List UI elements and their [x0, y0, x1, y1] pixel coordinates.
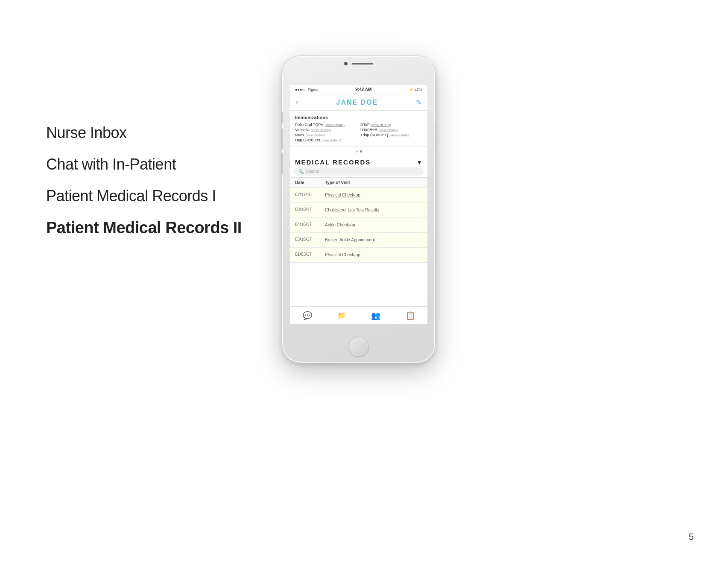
volume-up-button [281, 129, 283, 149]
immun-varicella-link[interactable]: (view details) [311, 128, 331, 132]
row-type-3[interactable]: Ankle Check-up [325, 222, 422, 228]
edit-button[interactable]: ✎ [416, 98, 421, 106]
immun-hepb-name: Hep B <20 Yrs [295, 138, 320, 142]
medical-records-header: MEDICAL RECORDS ▼ [290, 156, 427, 167]
nav-header: ‹ JANE DOE ✎ [290, 94, 427, 111]
tab-files[interactable]: 📁 [337, 311, 346, 320]
back-button[interactable]: ‹ [296, 98, 298, 107]
immun-mmr-name: MMR [295, 133, 304, 137]
phone-device: ●●●○○ Figma 9:42 AM ⚡ 42% ‹ JANE DOE ✎ I… [282, 56, 436, 363]
records-tab-icon: 📋 [406, 311, 415, 320]
search-placeholder-text: Search [306, 169, 319, 174]
filter-icon[interactable]: ▼ [416, 159, 422, 166]
immun-dtaphib-link[interactable]: (view details) [379, 128, 399, 132]
immun-dtap-name: DTaP [360, 123, 370, 127]
phone-screen: ●●●○○ Figma 9:42 AM ⚡ 42% ‹ JANE DOE ✎ I… [290, 85, 427, 324]
row-date-5: 01/03/17 [295, 252, 325, 257]
row-date-4: 03/16/17 [295, 237, 325, 242]
immun-varicella-name: Varicella [295, 128, 310, 132]
immun-tdap-name: Tdap (ADACEL) [360, 133, 388, 137]
row-date-2: 08/16/17 [295, 207, 325, 212]
table-row[interactable]: 08/16/17 Cholesterol Lab Test Results [290, 203, 427, 218]
home-button[interactable] [349, 337, 368, 357]
pagination-dots [290, 147, 427, 156]
nav-item-records-2-active[interactable]: Patient Medical Records II [46, 219, 242, 237]
row-date-3: 04/16/17 [295, 222, 325, 227]
patient-name-header: JANE DOE [336, 99, 378, 106]
immun-dtap-link[interactable]: (view details) [371, 123, 391, 127]
phone-top-bar [344, 62, 373, 65]
row-type-1[interactable]: Physical Check-up [325, 192, 422, 198]
dot-1 [356, 150, 358, 152]
messages-tab-icon: 💬 [303, 311, 312, 320]
front-camera [344, 62, 348, 65]
battery-icon: ⚡ [409, 88, 413, 92]
immun-row-4-col2 [360, 138, 422, 142]
table-row[interactable]: 04/16/17 Ankle Check-up [290, 218, 427, 233]
immun-row-2-col2: DTaP/HIB (view details) [360, 128, 422, 132]
immun-row-1-col2: DTaP (view details) [360, 123, 422, 127]
immun-dtaphib-name: DTaP/HIB [360, 128, 377, 132]
tab-messages[interactable]: 💬 [303, 311, 312, 320]
date-column-header: Date [295, 180, 325, 185]
status-carrier: ●●●○○ Figma [295, 88, 319, 92]
row-type-2[interactable]: Cholesterol Lab Test Results [325, 207, 422, 213]
power-button [435, 124, 436, 150]
row-type-4[interactable]: Broken Ankle Appointment [325, 237, 422, 243]
dot-2-active [360, 150, 362, 152]
immun-mmr-link[interactable]: (view details) [306, 133, 326, 137]
screen-content[interactable]: Immunizations Polio Oral TOPV (view deta… [290, 111, 427, 306]
search-icon: 🔍 [298, 169, 304, 174]
mute-button [281, 111, 283, 123]
immunizations-grid: Polio Oral TOPV (view details) DTaP (vie… [295, 123, 422, 142]
medical-records-title: MEDICAL RECORDS [295, 158, 371, 166]
row-date-1: 02/17/18 [295, 192, 325, 197]
immun-hepb-link[interactable]: (view details) [322, 138, 342, 142]
immunizations-section: Immunizations Polio Oral TOPV (view deta… [290, 111, 427, 147]
earpiece-speaker [352, 63, 373, 65]
immun-row-1-col1: Polio Oral TOPV (view details) [295, 123, 357, 127]
immun-row-3-col1: MMR (view details) [295, 133, 357, 137]
tab-patients[interactable]: 👥 [371, 311, 380, 320]
nav-item-chat[interactable]: Chat with In-Patient [46, 155, 242, 173]
table-row[interactable]: 03/16/17 Broken Ankle Appointment [290, 233, 427, 248]
status-time: 9:42 AM [355, 87, 371, 92]
immun-row-2-col1: Varicella (view details) [295, 128, 357, 132]
immun-poliooral-name: Polio Oral TOPV [295, 123, 323, 127]
files-tab-icon: 📁 [337, 311, 346, 320]
patients-tab-icon: 👥 [371, 311, 380, 320]
table-row[interactable]: 01/03/17 Physical Check-up [290, 248, 427, 263]
page-number: 5 [689, 531, 694, 542]
immunizations-title: Immunizations [295, 115, 422, 120]
table-row[interactable]: 02/17/18 Physical Check-up [290, 188, 427, 203]
search-bar[interactable]: 🔍 Search [294, 167, 423, 176]
immun-row-4-col1: Hep B <20 Yrs (view details) [295, 138, 357, 142]
immun-poliooral-link[interactable]: (view details) [325, 123, 345, 127]
tab-bar: 💬 📁 👥 📋 [290, 306, 427, 324]
carrier-text: ●●●○○ Figma [295, 88, 319, 92]
volume-down-button [281, 153, 283, 174]
immun-row-3-col2: Tdap (ADACEL) (view details) [360, 133, 422, 137]
nav-item-nurse-inbox[interactable]: Nurse Inbox [46, 124, 242, 142]
row-type-5[interactable]: Physical Check-up [325, 252, 422, 258]
type-column-header: Type of Visit [325, 180, 422, 185]
status-bar: ●●●○○ Figma 9:42 AM ⚡ 42% [290, 85, 427, 94]
battery-percent: 42% [415, 88, 422, 92]
tab-records[interactable]: 📋 [406, 311, 415, 320]
nav-item-records-1[interactable]: Patient Medical Records I [46, 187, 242, 205]
immun-tdap-link[interactable]: (view details) [389, 133, 409, 137]
status-battery: ⚡ 42% [409, 88, 422, 92]
left-navigation: Nurse Inbox Chat with In-Patient Patient… [46, 124, 242, 237]
table-column-header: Date Type of Visit [290, 177, 427, 188]
